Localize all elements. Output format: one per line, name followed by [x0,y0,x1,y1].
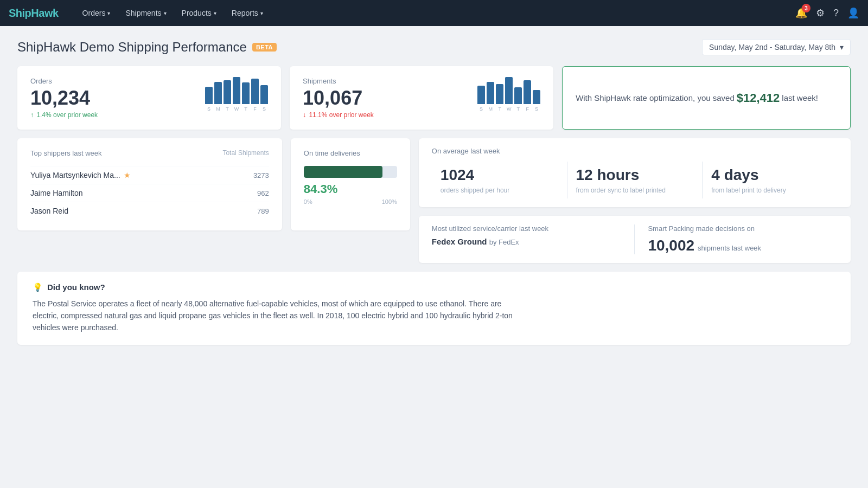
chart-day-label: W [233,106,240,112]
help-icon[interactable]: ? [833,8,839,19]
ontime-title: On time deliveries [304,149,360,157]
top-shippers-card: Top shippers last week Total Shipments Y… [17,138,282,230]
chart-bar [505,77,513,104]
avg-stats-card: On average last week 1024 orders shipped… [419,138,851,207]
beta-badge: BETA [252,43,277,52]
logo-hawk: Hawk [31,7,58,19]
progress-bar-wrap [304,166,397,178]
shipments-label: Shipments [303,77,374,85]
chart-day-label: M [214,106,222,112]
page-title-row: ShipHawk Demo Shipping Performance BETA [17,40,277,55]
chart-bar [496,84,503,104]
chart-day-label: F [251,106,259,112]
stats-row: 1024 orders shipped per hour 12 hours fr… [432,162,838,198]
shipper-name: Jason Reid [30,207,68,215]
orders-change: ↑ 1.4% over prior week [30,111,98,119]
chart-bar [487,82,494,104]
chart-bar [224,80,231,104]
chart-day-label: T [514,106,522,112]
savings-amount: $12,412 [737,91,780,105]
orders-chart [205,77,268,104]
main-content: ShipHawk Demo Shipping Performance BETA … [0,26,868,358]
nav-item-shipments[interactable]: Shipments ▾ [119,5,173,21]
notification-icon[interactable]: 🔔 3 [795,7,807,19]
shipper-name-text: Jason Reid [30,207,68,215]
stat-order-sync: 12 hours from order sync to label printe… [567,162,703,198]
nav-items: Orders ▾ Shipments ▾ Products ▾ Reports … [76,5,795,21]
page-header: ShipHawk Demo Shipping Performance BETA … [17,39,851,55]
up-arrow-icon: ↑ [30,111,34,119]
chart-day-label: T [496,106,503,112]
smart-packing-suffix: shipments last week [698,244,761,252]
nav-item-products[interactable]: Products ▾ [175,5,223,21]
chart-bar [260,85,268,104]
right-panel: On average last week 1024 orders shipped… [419,138,851,263]
chart-bar [242,82,250,104]
chart-bar [524,80,531,104]
logo-ship: Ship [9,7,31,19]
chart-day-label: S [260,106,268,112]
shipments-change: ↓ 11.1% over prior week [303,111,374,119]
carrier-left: Most utilized service/carrier last week … [432,224,635,254]
chart-bar [251,79,259,104]
shippers-col-label: Total Shipments [222,149,269,157]
chart-bar [205,87,213,104]
shipper-name-text: Yuliya Martsynkevich Ma... [30,171,120,179]
shipper-name: Jaime Hamilton [30,189,82,197]
user-icon[interactable]: 👤 [847,7,859,19]
chart-bar [214,82,222,104]
carrier-card: Most utilized service/carrier last week … [419,216,851,263]
left-section: Top shippers last week Total Shipments Y… [17,138,410,230]
avg-label: On average last week [432,147,838,155]
chevron-down-icon: ▾ [164,10,167,16]
shipments-card: Shipments 10,067 ↓ 11.1% over prior week… [290,66,553,130]
nav-item-orders[interactable]: Orders ▾ [76,5,117,21]
date-range-text: Sunday, May 2nd - Saturday, May 8th [709,43,835,52]
shipper-count: 789 [257,207,269,215]
list-item: Jaime Hamilton 962 [30,184,269,202]
ontime-percent: 84.3% [304,182,337,196]
chart-bar [533,90,540,104]
nav-item-reports[interactable]: Reports ▾ [225,5,270,21]
chart-day-label: T [224,106,231,112]
shipper-count: 3273 [253,171,269,179]
savings-prefix: With ShipHawk rate optimization, you sav… [576,93,735,102]
did-you-know-card: 💡 Did you know? The Postal Service opera… [17,272,851,345]
shipper-name-text: Jaime Hamilton [30,189,82,197]
smart-packing-section: Smart Packing made decisions on 10,002 s… [635,224,838,254]
orders-label: Orders [30,77,98,85]
date-selector[interactable]: Sunday, May 2nd - Saturday, May 8th ▾ [702,39,851,55]
chart-day-label: S [205,106,213,112]
logo[interactable]: ShipHawk [9,7,59,20]
savings-suffix: last week! [782,93,818,102]
shipments-value: 10,067 [303,88,374,108]
dyk-header: 💡 Did you know? [33,282,835,292]
chart-day-label: W [505,106,513,112]
smart-packing-label-header: Smart Packing made decisions on [648,224,838,233]
chart-day-label: M [487,106,494,112]
chart-bar [514,87,522,104]
smart-packing-value: 10,002 [648,237,694,254]
chart-day-label: T [242,106,250,112]
star-icon: ★ [124,171,131,179]
top-row: Orders 10,234 ↑ 1.4% over prior week SMT… [17,66,851,130]
down-arrow-icon: ↓ [303,111,306,119]
shippers-title: Top shippers last week [30,149,102,157]
navbar: ShipHawk Orders ▾ Shipments ▾ Products ▾… [0,0,868,26]
savings-banner: With ShipHawk rate optimization, you sav… [562,66,851,130]
settings-icon[interactable]: ⚙ [816,7,825,19]
chevron-down-icon: ▾ [214,10,216,16]
stat-label-delivery: 4 days from label print to delivery [703,162,838,198]
chart-bar [477,86,485,104]
notification-badge: 3 [802,4,810,12]
stat-orders-per-hour: 1024 orders shipped per hour [432,162,567,198]
progress-bar-fill [304,166,382,178]
carrier-name: Fedex Ground by FedEx [432,237,622,246]
list-item: Jason Reid 789 [30,202,269,220]
ontime-scale: 0% 100% [304,198,397,205]
list-item: Yuliya Martsynkevich Ma... ★ 3273 [30,166,269,184]
chart-day-label: S [533,106,540,112]
shipper-name: Yuliya Martsynkevich Ma... ★ [30,171,131,179]
ontime-card: On time deliveries 84.3% 0% 100% [291,138,410,230]
dyk-body: The Postal Service operates a fleet of n… [33,298,521,334]
